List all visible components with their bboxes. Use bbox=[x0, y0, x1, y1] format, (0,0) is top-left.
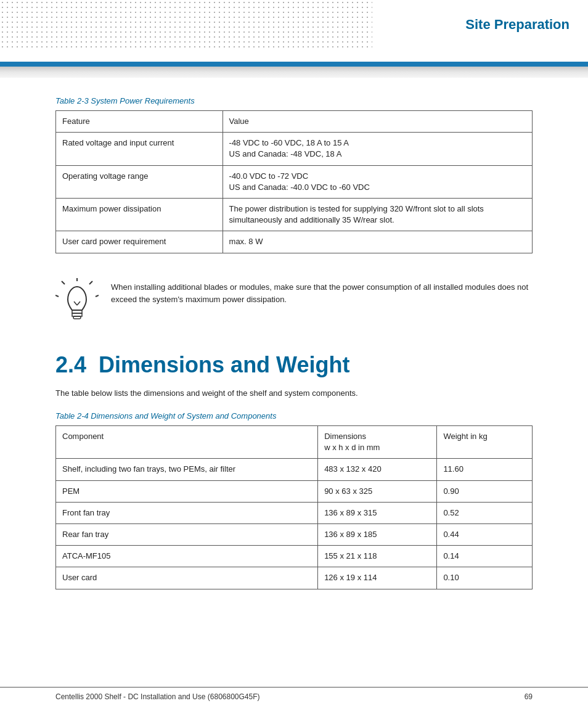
table2-header-row: Component Dimensions w x h x d in mm Wei… bbox=[56, 426, 533, 459]
dimensions-weight-table: Component Dimensions w x h x d in mm Wei… bbox=[55, 425, 533, 589]
dim-row-dimensions: 126 x 19 x 114 bbox=[318, 567, 437, 589]
footer: Centellis 2000 Shelf - DC Installation a… bbox=[0, 687, 588, 706]
dim-row-weight: 0.14 bbox=[437, 546, 533, 567]
lightbulb-icon bbox=[55, 278, 99, 321]
table-row: Maximum power dissipationThe power distr… bbox=[56, 198, 533, 231]
table2-col-weight-header: Weight in kg bbox=[437, 426, 533, 459]
power-row-value: max. 8 W bbox=[223, 231, 532, 253]
power-row-value: The power distribution is tested for sup… bbox=[223, 198, 532, 231]
dim-row-dimensions: 155 x 21 x 118 bbox=[318, 546, 437, 567]
dim-row-weight: 0.10 bbox=[437, 567, 533, 589]
dim-row-dimensions: 90 x 63 x 325 bbox=[318, 480, 437, 502]
svg-line-2 bbox=[96, 295, 99, 297]
page-title: Site Preparation bbox=[465, 17, 570, 33]
gray-bar-decoration bbox=[0, 67, 588, 78]
dim-row-weight: 0.90 bbox=[437, 480, 533, 502]
table-row: Operating voltage range-40.0 VDC to -72 … bbox=[56, 165, 533, 198]
header-title-area: Site Preparation bbox=[372, 0, 588, 49]
blue-bar-decoration bbox=[0, 62, 588, 67]
table-row: ATCA-MF105155 x 21 x 1180.14 bbox=[56, 546, 533, 567]
table-row: User card power requirementmax. 8 W bbox=[56, 231, 533, 253]
svg-line-4 bbox=[55, 295, 59, 297]
table2-col-component-header: Component bbox=[56, 426, 318, 459]
section-intro: The table below lists the dimensions and… bbox=[55, 387, 533, 400]
dim-row-weight: 11.60 bbox=[437, 459, 533, 480]
svg-line-1 bbox=[89, 281, 92, 284]
dim-row-weight: 0.52 bbox=[437, 502, 533, 523]
dim-row-component: User card bbox=[56, 567, 318, 589]
power-row-value: -40.0 VDC to -72 VDCUS and Canada: -40.0… bbox=[223, 165, 532, 198]
footer-left: Centellis 2000 Shelf - DC Installation a… bbox=[55, 692, 260, 701]
table2-caption: Table 2-4 Dimensions and Weight of Syste… bbox=[55, 411, 533, 421]
section-heading: 2.4 Dimensions and Weight bbox=[55, 352, 533, 378]
dim-row-component: Front fan tray bbox=[56, 502, 318, 523]
dim-row-component: ATCA-MF105 bbox=[56, 546, 318, 567]
dim-row-weight: 0.44 bbox=[437, 523, 533, 545]
dim-row-component: Rear fan tray bbox=[56, 523, 318, 545]
power-row-feature: Maximum power dissipation bbox=[56, 198, 223, 231]
dim-row-dimensions: 483 x 132 x 420 bbox=[318, 459, 437, 480]
svg-line-3 bbox=[62, 281, 65, 284]
svg-line-5 bbox=[74, 302, 77, 305]
power-row-feature: Rated voltage and input current bbox=[56, 133, 223, 165]
table-row: Rear fan tray136 x 89 x 1850.44 bbox=[56, 523, 533, 545]
table2-col-dim-header: Dimensions w x h x d in mm bbox=[318, 426, 437, 459]
footer-right: 69 bbox=[525, 692, 533, 701]
dim-row-dimensions: 136 x 89 x 315 bbox=[318, 502, 437, 523]
svg-rect-9 bbox=[73, 316, 81, 319]
section-number: 2.4 Dimensions and Weight bbox=[55, 352, 349, 378]
table1-header-row: Feature Value bbox=[56, 111, 533, 133]
note-text: When installing additional blades or mod… bbox=[111, 278, 533, 307]
svg-line-6 bbox=[77, 302, 80, 305]
table-row: Rated voltage and input current-48 VDC t… bbox=[56, 133, 533, 165]
dim-row-component: PEM bbox=[56, 480, 318, 502]
dim-row-dimensions: 136 x 89 x 185 bbox=[318, 523, 437, 545]
power-requirements-table: Feature Value Rated voltage and input cu… bbox=[55, 110, 533, 253]
note-box: When installing additional blades or mod… bbox=[55, 272, 533, 327]
table-row: Front fan tray136 x 89 x 3150.52 bbox=[56, 502, 533, 523]
table1-caption: Table 2-3 System Power Requirements bbox=[55, 96, 533, 105]
power-row-value: -48 VDC to -60 VDC, 18 A to 15 AUS and C… bbox=[223, 133, 532, 165]
dim-row-component: Shelf, including two fan trays, two PEMs… bbox=[56, 459, 318, 480]
main-content: Table 2-3 System Power Requirements Feat… bbox=[0, 96, 588, 645]
table1-col-feature-header: Feature bbox=[56, 111, 223, 133]
table-row: User card126 x 19 x 1140.10 bbox=[56, 567, 533, 589]
table-row: PEM90 x 63 x 3250.90 bbox=[56, 480, 533, 502]
power-row-feature: User card power requirement bbox=[56, 231, 223, 253]
power-row-feature: Operating voltage range bbox=[56, 165, 223, 198]
header: Site Preparation bbox=[0, 0, 588, 62]
table1-col-value-header: Value bbox=[223, 111, 532, 133]
table-row: Shelf, including two fan trays, two PEMs… bbox=[56, 459, 533, 480]
